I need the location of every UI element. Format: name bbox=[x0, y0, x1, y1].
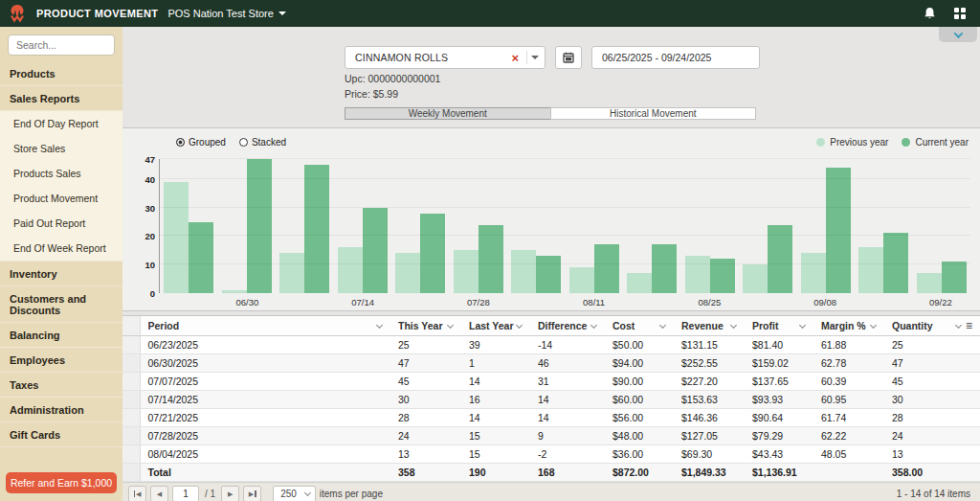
bar-previous-year[interactable] bbox=[222, 290, 247, 293]
apps-menu-button[interactable] bbox=[949, 3, 970, 24]
bar-current-year[interactable] bbox=[189, 222, 213, 293]
bar-previous-year[interactable] bbox=[743, 264, 768, 293]
bar-current-year[interactable] bbox=[304, 165, 329, 293]
bar-current-year[interactable] bbox=[594, 244, 619, 293]
chevron-down-icon[interactable] bbox=[590, 321, 597, 328]
refer-and-earn-button[interactable]: Refer and Earn $1,000 bbox=[6, 472, 117, 493]
bar-current-year[interactable] bbox=[363, 208, 388, 293]
x-axis-tick-label bbox=[626, 293, 678, 310]
chevron-down-icon bbox=[531, 56, 539, 59]
sidebar-item-customers-and-discounts[interactable]: Customers and Discounts bbox=[0, 286, 122, 323]
bar-current-year[interactable] bbox=[536, 256, 561, 293]
sidebar-subitem-paid-out-report[interactable]: Paid Out Report bbox=[0, 211, 122, 236]
column-header-margin--[interactable]: Margin % bbox=[813, 316, 884, 336]
table-row[interactable]: 07/14/2025301614$60.00$153.63$93.9360.95… bbox=[122, 391, 980, 409]
chevron-down-icon[interactable] bbox=[516, 321, 523, 328]
x-axis-tick-label: 09/08 bbox=[799, 293, 851, 310]
column-header-difference[interactable]: Difference bbox=[530, 316, 605, 336]
table-cell: 13 bbox=[884, 445, 980, 464]
table-row[interactable]: 06/23/20252539-14$50.00$131.15$81.4061.8… bbox=[122, 336, 980, 354]
chevron-down-icon[interactable] bbox=[799, 321, 806, 328]
bar-previous-year[interactable] bbox=[511, 250, 536, 293]
column-header-this-year[interactable]: This Year bbox=[390, 316, 461, 336]
chevron-down-icon[interactable] bbox=[376, 321, 383, 328]
sidebar-subitem-end-of-day-report[interactable]: End Of Day Report bbox=[0, 111, 122, 136]
chevron-down-icon[interactable] bbox=[870, 321, 877, 328]
sidebar-subitem-product-movement[interactable]: Product Movement bbox=[0, 186, 122, 211]
table-cell: 45 bbox=[884, 373, 980, 391]
date-range-input[interactable]: 06/25/2025 - 09/24/2025 bbox=[591, 46, 760, 69]
bar-previous-year[interactable] bbox=[338, 247, 363, 293]
column-header-cost[interactable]: Cost bbox=[605, 316, 674, 336]
bar-group-07-21 bbox=[395, 214, 445, 293]
chart-mode-stacked[interactable]: Stacked bbox=[239, 137, 286, 148]
column-header-revenue[interactable]: Revenue bbox=[674, 316, 745, 336]
collapse-panel-button[interactable] bbox=[939, 27, 977, 42]
bar-previous-year[interactable] bbox=[395, 253, 420, 293]
column-menu-icon[interactable]: ≡ bbox=[966, 319, 972, 332]
page-size-select[interactable]: 250 bbox=[273, 486, 316, 501]
table-cell: 28 bbox=[390, 409, 461, 427]
column-header-profit[interactable]: Profit bbox=[745, 316, 813, 336]
sidebar-item-products[interactable]: Products bbox=[0, 61, 122, 86]
table-row[interactable]: 06/30/202547146$94.00$252.55$159.0262.78… bbox=[122, 354, 980, 373]
tab-weekly-movement[interactable]: Weekly Movement bbox=[345, 107, 551, 120]
prev-page-button[interactable]: ◀ bbox=[150, 486, 168, 501]
sidebar-item-gift-cards[interactable]: Gift Cards bbox=[0, 422, 122, 447]
row-gutter-cell bbox=[122, 336, 140, 354]
sidebar-item-employees[interactable]: Employees bbox=[0, 348, 122, 373]
bar-previous-year[interactable] bbox=[164, 182, 189, 293]
total-cell: $872.00 bbox=[605, 464, 674, 482]
bar-current-year[interactable] bbox=[652, 244, 677, 293]
sidebar-item-taxes[interactable]: Taxes bbox=[0, 373, 122, 398]
table-row[interactable]: 07/21/2025281414$56.00$146.36$90.6461.74… bbox=[122, 409, 980, 427]
sidebar-item-administration[interactable]: Administration bbox=[0, 398, 122, 422]
next-page-button[interactable]: ▶ bbox=[221, 486, 239, 501]
first-page-button[interactable]: ◀ bbox=[128, 486, 146, 501]
bar-current-year[interactable] bbox=[247, 159, 272, 293]
radio-icon bbox=[176, 138, 185, 147]
sidebar-item-sales-reports[interactable]: Sales Reports bbox=[0, 86, 122, 111]
column-header-quantity[interactable]: Quantity≡ bbox=[884, 316, 980, 336]
bar-previous-year[interactable] bbox=[569, 267, 594, 293]
notifications-button[interactable] bbox=[919, 3, 940, 24]
bar-previous-year[interactable] bbox=[801, 253, 826, 293]
tab-historical-movement[interactable]: Historical Movement bbox=[550, 107, 757, 120]
table-row[interactable]: 07/07/2025451431$90.00$227.20$137.6560.3… bbox=[122, 373, 980, 391]
chevron-down-icon[interactable] bbox=[659, 321, 666, 328]
product-select[interactable]: CINNAMON ROLLS × bbox=[345, 46, 546, 69]
store-selector[interactable]: POS Nation Test Store bbox=[167, 8, 285, 19]
chevron-down-icon[interactable] bbox=[447, 321, 454, 328]
bar-previous-year[interactable] bbox=[685, 256, 710, 293]
row-gutter-cell bbox=[122, 373, 140, 391]
table-row[interactable]: 08/04/20251315-2$36.00$69.30$43.4348.051… bbox=[122, 445, 980, 464]
sidebar-subitem-store-sales[interactable]: Store Sales bbox=[0, 136, 122, 161]
chevron-down-icon[interactable] bbox=[730, 321, 737, 328]
bar-previous-year[interactable] bbox=[279, 253, 304, 293]
divider bbox=[526, 51, 527, 64]
bar-current-year[interactable] bbox=[420, 214, 445, 293]
column-header-last-year[interactable]: Last Year bbox=[461, 316, 530, 336]
table-cell: 30 bbox=[884, 391, 980, 409]
column-header-period[interactable]: Period bbox=[140, 316, 390, 336]
bar-previous-year[interactable] bbox=[627, 273, 652, 293]
sidebar-item-balancing[interactable]: Balancing bbox=[0, 323, 122, 348]
page-number-input[interactable] bbox=[172, 486, 199, 501]
chevron-down-icon[interactable] bbox=[955, 321, 962, 328]
chart-mode-grouped[interactable]: Grouped bbox=[176, 137, 226, 148]
sidebar-subitem-products-sales[interactable]: Products Sales bbox=[0, 161, 122, 186]
table-row[interactable]: 07/28/202524159$48.00$127.05$79.2962.222… bbox=[122, 427, 980, 445]
bar-previous-year[interactable] bbox=[454, 250, 479, 293]
bar-previous-year[interactable] bbox=[858, 247, 883, 293]
search-input[interactable] bbox=[8, 34, 115, 56]
sidebar-item-inventory[interactable]: Inventory bbox=[0, 262, 122, 286]
last-page-button[interactable]: ▶ bbox=[243, 486, 261, 501]
bar-previous-year[interactable] bbox=[917, 273, 942, 293]
bar-current-year[interactable] bbox=[942, 262, 967, 293]
bar-current-year[interactable] bbox=[826, 168, 851, 293]
calendar-button[interactable] bbox=[555, 46, 582, 69]
table-cell: $48.00 bbox=[605, 427, 674, 445]
clear-selection-icon[interactable]: × bbox=[507, 52, 523, 64]
sidebar-subitem-end-of-week-report[interactable]: End Of Week Report bbox=[0, 236, 122, 261]
table-cell: 07/21/2025 bbox=[140, 409, 390, 427]
